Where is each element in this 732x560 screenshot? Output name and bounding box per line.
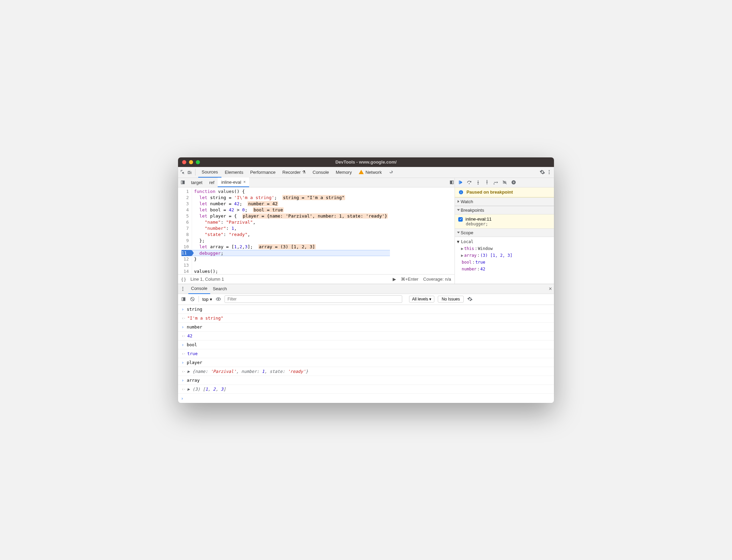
- svg-point-1: [549, 172, 550, 173]
- issues-button[interactable]: No Issues: [438, 296, 463, 303]
- drawer-tab-console[interactable]: Console: [188, 284, 210, 294]
- resume-icon[interactable]: [458, 180, 463, 185]
- file-tab-target[interactable]: target: [188, 178, 206, 187]
- step-icon[interactable]: [493, 180, 499, 185]
- panel-tab-recorder[interactable]: Recorder ⚗: [279, 167, 309, 178]
- svg-point-5: [487, 180, 488, 181]
- file-tabs: targetrefinline-eval ×: [178, 178, 455, 187]
- pretty-print-icon[interactable]: { }: [181, 277, 186, 282]
- svg-rect-12: [461, 191, 461, 191]
- show-debugger-icon[interactable]: [449, 180, 455, 185]
- breakpoint-item[interactable]: inline-eval:11 debugger;: [455, 214, 554, 228]
- watch-section[interactable]: Watch: [455, 197, 554, 206]
- svg-rect-8: [513, 181, 513, 183]
- scope-variable[interactable]: ▶ this: Window: [461, 245, 552, 252]
- drawer-tabs: ConsoleSearch ×: [178, 284, 554, 294]
- svg-point-6: [493, 183, 494, 184]
- console-output-line[interactable]: 42: [178, 332, 554, 340]
- panel-tab-elements[interactable]: Elements: [221, 167, 247, 178]
- paused-text: Paused on breakpoint: [466, 190, 513, 195]
- cursor-position: Line 1, Column 1: [190, 277, 224, 282]
- run-hint: ⌘+Enter: [401, 277, 419, 282]
- drawer-tab-search[interactable]: Search: [210, 284, 230, 294]
- console-prompt[interactable]: ›: [178, 394, 554, 403]
- panel-tab-console[interactable]: Console: [309, 167, 333, 178]
- filter-input[interactable]: [225, 295, 402, 303]
- titlebar: DevTools - www.google.com/: [178, 157, 554, 167]
- drawer-menu-icon[interactable]: [180, 286, 186, 292]
- step-into-icon[interactable]: [475, 180, 481, 185]
- panel-tabs: SourcesElementsPerformanceRecorder ⚗Cons…: [198, 167, 385, 178]
- console-output-line[interactable]: ▶ (3) [1, 2, 3]: [178, 385, 554, 394]
- scope-variable[interactable]: bool: true: [461, 259, 552, 266]
- svg-point-3: [469, 183, 470, 184]
- close-drawer-icon[interactable]: ×: [549, 286, 552, 292]
- console-input-line[interactable]: bool: [178, 340, 554, 349]
- chevron-down-icon: [457, 209, 460, 211]
- console-output-line[interactable]: ▶ {name: 'Parzival', number: 1, state: '…: [178, 367, 554, 376]
- live-expression-icon[interactable]: [216, 296, 221, 302]
- console-input-line[interactable]: string: [178, 305, 554, 314]
- console-input-line[interactable]: player: [178, 358, 554, 367]
- console-output[interactable]: string"I'm a string"number42booltrueplay…: [178, 305, 554, 394]
- scope-variable[interactable]: ▶ array: (3) [1, 2, 3]: [461, 252, 552, 259]
- info-icon: [458, 190, 464, 195]
- code-editor[interactable]: 1234567891011121314 function values() { …: [178, 187, 455, 274]
- close-window-button[interactable]: [182, 160, 186, 164]
- console-input-line[interactable]: number: [178, 323, 554, 332]
- coverage-label: Coverage: n/a: [423, 277, 451, 282]
- panel-tab-memory[interactable]: Memory: [333, 167, 355, 178]
- run-snippet-icon[interactable]: ▶: [393, 277, 396, 282]
- svg-point-17: [218, 298, 219, 300]
- minimize-window-button[interactable]: [189, 160, 193, 164]
- clear-console-icon[interactable]: [190, 296, 195, 302]
- inspect-element-icon[interactable]: [180, 169, 186, 175]
- step-out-icon[interactable]: [484, 180, 490, 185]
- breakpoints-section[interactable]: Breakpoints: [455, 206, 554, 214]
- device-toolbar-icon[interactable]: [187, 169, 192, 175]
- log-levels-selector[interactable]: All levels ▾: [409, 296, 435, 303]
- close-tab-icon[interactable]: ×: [243, 180, 246, 184]
- sidebar-toggle-icon[interactable]: [181, 296, 186, 302]
- panel-tab-sources[interactable]: Sources: [198, 167, 221, 178]
- breakpoint-checkbox[interactable]: [458, 217, 463, 222]
- scope-section[interactable]: Scope: [455, 228, 554, 237]
- svg-rect-11: [461, 192, 461, 193]
- svg-point-13: [182, 287, 184, 288]
- traffic-lights: [178, 160, 200, 164]
- pause-exceptions-icon[interactable]: [511, 180, 516, 185]
- svg-point-0: [549, 170, 550, 171]
- file-tab-ref[interactable]: ref: [206, 178, 218, 187]
- more-tabs-icon[interactable]: [389, 169, 394, 175]
- paused-banner: Paused on breakpoint: [455, 187, 554, 197]
- scope-variable[interactable]: number: 42: [461, 266, 552, 272]
- show-navigator-icon[interactable]: [180, 180, 186, 185]
- console-output-line[interactable]: true: [178, 349, 554, 358]
- devtools-window: DevTools - www.google.com/ SourcesElemen…: [178, 157, 554, 403]
- chevron-right-icon: [458, 200, 459, 203]
- step-over-icon[interactable]: [466, 180, 472, 185]
- deactivate-breakpoints-icon[interactable]: [502, 180, 507, 185]
- editor-status-bar: { } Line 1, Column 1 ▶ ⌘+Enter Coverage:…: [178, 274, 455, 284]
- console-input-line[interactable]: array: [178, 376, 554, 385]
- svg-point-4: [478, 184, 479, 185]
- settings-icon[interactable]: [540, 169, 545, 175]
- context-selector[interactable]: top ▾: [202, 297, 212, 302]
- svg-point-14: [182, 288, 184, 289]
- file-tab-inline-eval[interactable]: inline-eval ×: [218, 178, 249, 187]
- svg-point-7: [512, 180, 516, 184]
- kebab-menu-icon[interactable]: [546, 169, 552, 175]
- scope-body: ▼Local ▶ this: Window▶ array: (3) [1, 2,…: [455, 237, 554, 274]
- window-title: DevTools - www.google.com/: [178, 159, 554, 165]
- panel-tab-network[interactable]: Network: [355, 167, 385, 178]
- zoom-window-button[interactable]: [196, 160, 200, 164]
- chevron-down-icon: [457, 232, 460, 234]
- main-toolbar: SourcesElementsPerformanceRecorder ⚗Cons…: [178, 167, 554, 178]
- console-output-line[interactable]: "I'm a string": [178, 314, 554, 323]
- console-filter-bar: top ▾ All levels ▾ No Issues: [178, 294, 554, 305]
- console-settings-icon[interactable]: [467, 296, 473, 302]
- svg-point-15: [182, 290, 184, 291]
- svg-rect-9: [514, 181, 514, 183]
- svg-point-2: [549, 173, 550, 174]
- panel-tab-performance[interactable]: Performance: [247, 167, 279, 178]
